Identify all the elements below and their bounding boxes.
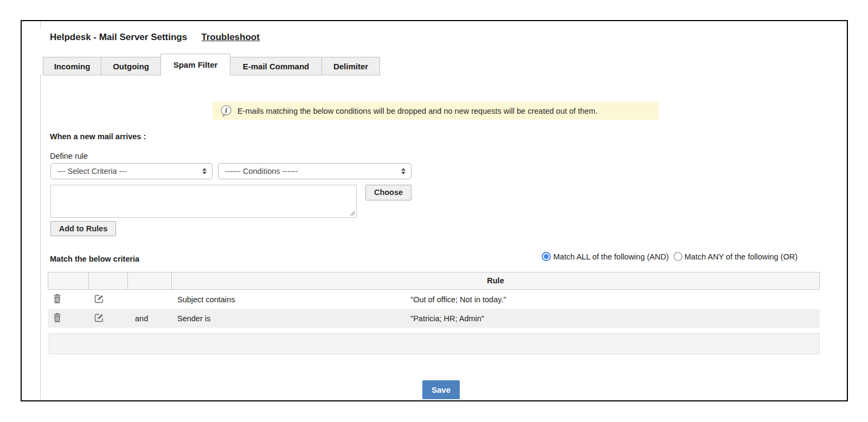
criteria-cell: Sender is — [173, 314, 406, 323]
header-cell-rule: Rule — [171, 272, 820, 290]
page: Helpdesk - Mail Server SettingsTroublesh… — [0, 0, 868, 422]
match-any-label: Match ANY of the following (OR) — [685, 252, 798, 261]
settings-window: Helpdesk - Mail Server SettingsTroublesh… — [21, 20, 848, 401]
match-all-option[interactable]: Match ALL of the following (AND) — [542, 252, 668, 261]
connector-cell: and — [128, 314, 173, 323]
notice-text: E-mails matching the below conditions wi… — [237, 107, 597, 115]
header: Helpdesk - Mail Server SettingsTroublesh… — [50, 32, 260, 43]
troubleshoot-link[interactable]: Troubleshoot — [201, 32, 260, 42]
tab-email-command[interactable]: E-mail Command — [230, 57, 322, 75]
rule-value-textarea[interactable] — [50, 185, 357, 218]
table-row: Subject contains "Out of office; Not in … — [48, 290, 820, 309]
header-cell-connector — [127, 272, 172, 290]
match-all-radio[interactable] — [542, 252, 551, 261]
delete-icon[interactable] — [53, 313, 61, 322]
svg-text:i: i — [225, 106, 227, 114]
add-to-rules-button[interactable]: Add to Rules — [50, 221, 116, 236]
match-criteria-label: Match the below criteria — [50, 255, 139, 263]
value-cell: "Out of office; Not in today." — [406, 295, 820, 304]
criteria-select-value: --- Select Criteria --- — [57, 167, 202, 176]
match-any-option[interactable]: Match ANY of the following (OR) — [673, 252, 798, 261]
edit-icon[interactable] — [94, 313, 104, 322]
criteria-select[interactable]: --- Select Criteria --- — [50, 163, 213, 179]
value-cell: "Patricia; HR; Admin" — [406, 314, 820, 323]
tab-incoming[interactable]: Incoming — [43, 57, 101, 75]
delete-icon[interactable] — [53, 294, 61, 303]
info-icon: i — [220, 105, 232, 117]
define-rule-label: Define rule — [50, 152, 88, 160]
header-cell-edit — [88, 272, 128, 290]
tab-spam-filter[interactable]: Spam Filter — [160, 54, 230, 75]
tab-bar: Incoming Outgoing Spam Filter E-mail Com… — [43, 54, 380, 75]
rules-table-header: Rule — [48, 272, 820, 290]
tab-outgoing[interactable]: Outgoing — [101, 57, 161, 75]
notice-banner: i E-mails matching the below conditions … — [213, 102, 659, 120]
header-cell-delete — [48, 272, 89, 290]
match-options: Match ALL of the following (AND) Match A… — [542, 252, 798, 261]
table-row: and Sender is "Patricia; HR; Admin" — [48, 309, 820, 328]
conditions-select-value: ------ Conditions ------ — [225, 167, 401, 176]
panel-border-top — [40, 21, 41, 28]
match-any-radio[interactable] — [673, 252, 683, 261]
empty-rule-row — [49, 333, 820, 354]
select-arrows-icon — [401, 168, 406, 174]
rules-table: Rule — [48, 272, 820, 328]
match-all-label: Match ALL of the following (AND) — [553, 252, 668, 261]
choose-button[interactable]: Choose — [365, 185, 412, 200]
page-title: Helpdesk - Mail Server Settings — [50, 32, 187, 42]
save-button[interactable]: Save — [422, 380, 460, 399]
edit-icon[interactable] — [94, 294, 104, 303]
tab-delimiter[interactable]: Delimiter — [322, 57, 380, 75]
conditions-select[interactable]: ------ Conditions ------ — [218, 163, 412, 179]
panel-border-left — [40, 75, 41, 400]
criteria-cell: Subject contains — [173, 295, 406, 304]
when-new-mail-label: When a new mail arrives : — [50, 132, 146, 141]
select-arrows-icon — [202, 168, 207, 174]
